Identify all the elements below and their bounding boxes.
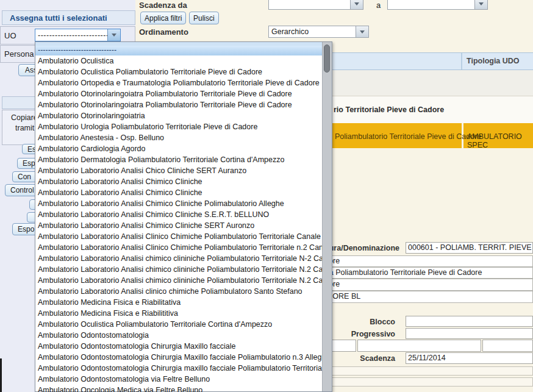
dropdown-item[interactable]: Ambulatorio Laboratorio Analisi Chimico …	[35, 187, 323, 198]
chevron-down-icon[interactable]	[107, 29, 120, 41]
empty-form-row-2	[305, 377, 533, 387]
uo-combobox[interactable]: ------------------------------	[35, 29, 121, 41]
ordinamento-combobox[interactable]: Gerarchico	[268, 26, 369, 38]
applica-filtri-button[interactable]: Applica filtri	[140, 12, 186, 24]
dropdown-item[interactable]: Ambulatorio Cardiologia Agordo	[35, 143, 323, 154]
dropdown-item[interactable]: Ambulatorio Oncologia Medica via Feltre …	[35, 385, 323, 392]
dropdown-item[interactable]: Ambulatorio Otorinolaringoiatra Poliambu…	[35, 99, 323, 110]
popup-scrollbar[interactable]	[322, 42, 332, 391]
range-separator-label: a	[376, 1, 381, 10]
ordinamento-label: Ordinamento	[139, 27, 188, 37]
table-header-divider	[461, 53, 462, 69]
table-group-header: rio Territoriale Pieve di Cadore	[334, 105, 444, 114]
chevron-down-icon[interactable]	[356, 26, 368, 37]
blocco-input[interactable]	[406, 316, 533, 327]
dropdown-item[interactable]: Ambulatorio Ortopedia e Traumatologia Po…	[35, 77, 323, 88]
ordinamento-value: Gerarchico	[269, 27, 356, 36]
dropdown-item[interactable]: Ambulatorio Urologia Poliambulatorio Ter…	[35, 121, 323, 132]
dropdown-item[interactable]: Ambulatorio Odontostomatologia via Feltr…	[35, 374, 323, 385]
detail-line-2: atologia Poliambulatorio Territoriale Pi…	[305, 267, 533, 279]
tipologia-udo-column-header: Tipologia UDO	[467, 57, 520, 65]
dropdown-item[interactable]: Ambulatorio Medicina Fisica e Riabilitat…	[35, 297, 323, 308]
dropdown-item[interactable]: Ambulatorio Oculistica Poliambulatorio T…	[35, 66, 323, 77]
detail-line-3: di Cadore	[305, 279, 533, 291]
dropdown-item[interactable]: Ambulatorio Odontostomatologia Chirurgia…	[35, 341, 323, 352]
dropdown-item[interactable]: Ambulatorio Laboratorio Analisi chimico …	[35, 253, 323, 264]
highlighted-row-structure-cell[interactable]: Poliambulatorio Territoriale Pieve di Ca…	[335, 132, 481, 141]
dropdown-item[interactable]: Ambulatorio Laboratorio Analisi Chimico …	[35, 198, 323, 209]
dropdown-item[interactable]: Ambulatorio Otorinolaringoiatra Poliambu…	[35, 88, 323, 99]
highlighted-row-tipologia-cell[interactable]: AMBULATORIO SPEC	[467, 132, 533, 149]
dropdown-item[interactable]: Ambulatorio Oculistica	[35, 55, 323, 66]
dropdown-item[interactable]: Ambulatorio Laboratorio Analisi Chimico …	[35, 209, 323, 220]
detail-line-1: di Cadore	[305, 255, 533, 267]
date-from-combobox[interactable]	[268, 0, 363, 10]
dropdown-item[interactable]: Ambulatorio Laboratorio Analisi Clinico …	[35, 231, 323, 242]
chevron-down-icon[interactable]	[350, 0, 363, 9]
small-table-cell-3[interactable]	[482, 340, 533, 352]
window-edge	[0, 358, 2, 392]
copia-text-line-2: tramit	[15, 124, 34, 132]
dropdown-item[interactable]: Ambulatorio Laboratorio Analisi Chimico …	[35, 220, 323, 231]
uo-label: UO	[4, 31, 16, 40]
dropdown-item[interactable]: Ambulatorio Dermatologia Poliambulatorio…	[35, 154, 323, 165]
dropdown-item[interactable]: Ambulatorio Anestesia - Osp. Belluno	[35, 132, 323, 143]
assegna-panel-header: Assegna tutti i selezionati	[2, 10, 135, 25]
dropdown-item[interactable]: Ambulatorio Odontostomatologia Chirurgia…	[35, 363, 323, 374]
dropdown-item[interactable]: Ambulatorio Laboratorio Analisi chimico …	[35, 275, 323, 286]
scadenza-input[interactable]: 25/11/2014	[406, 352, 533, 364]
date-to-combobox[interactable]	[387, 0, 488, 10]
copia-text-line-1: Copiare	[11, 113, 38, 122]
dropdown-item[interactable]: Ambulatorio Otorinolaringoiatria	[35, 110, 323, 121]
dropdown-item[interactable]: Ambulatorio Oculistica Poliambulatorio T…	[35, 319, 323, 330]
uo-dropdown-popup: ------------------------------- Ambulato…	[35, 41, 332, 392]
detail-line-4: DI CADORE BL	[305, 291, 533, 303]
dropdown-item[interactable]: Ambulatorio Medicina Fisica e Riabilitit…	[35, 308, 323, 319]
dropdown-item[interactable]: Ambulatorio Laboratorio Analisi Chimico …	[35, 176, 323, 187]
application-window: Scadenza da a Applica filtri Pulisci Ord…	[0, 0, 533, 392]
empty-form-row-1	[305, 366, 533, 376]
dropdown-item-selected[interactable]: -------------------------------	[35, 46, 323, 55]
chevron-down-icon[interactable]	[474, 0, 487, 9]
persona-label: Persona	[4, 49, 34, 59]
pulisci-button[interactable]: Pulisci	[189, 12, 219, 24]
uo-combobox-value: ------------------------------	[35, 31, 107, 40]
progressivo-input[interactable]	[406, 328, 533, 339]
popup-scrollbar-thumb[interactable]	[324, 45, 330, 73]
denominazione-input[interactable]: 000601 - POLIAMB. TERRIT. PIEVE DI C.	[406, 242, 533, 254]
dropdown-item[interactable]: Ambulatorio Odontostomatologia	[35, 330, 323, 341]
dropdown-item[interactable]: Ambulatorio Odontostomatologia Chirurgia…	[35, 352, 323, 363]
dropdown-item[interactable]: Ambulatorio Laboratorio Analisi Clinico …	[35, 242, 323, 253]
scadenza-da-label: Scadenza da	[139, 1, 187, 10]
dropdown-item-list: Ambulatorio OculisticaAmbulatorio Oculis…	[35, 55, 323, 392]
dropdown-item[interactable]: Ambulatorio Laboratorio Analisi clinico …	[35, 286, 323, 297]
small-table-cell-2[interactable]	[357, 340, 481, 352]
dropdown-item[interactable]: Ambulatorio Laboratorio Analisi Chico Cl…	[35, 165, 323, 176]
dropdown-item[interactable]: Ambulatorio Laboratorio Analisi chimico …	[35, 264, 323, 275]
